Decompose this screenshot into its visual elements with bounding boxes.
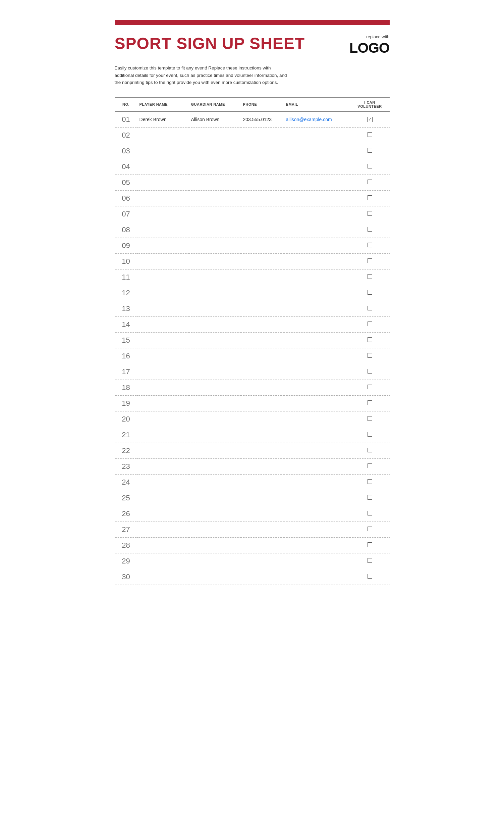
checkbox-unchecked-icon[interactable] — [367, 369, 372, 373]
table-body: 01 Derek Brown Allison Brown 203.555.012… — [115, 111, 390, 585]
row-25-no: 25 — [115, 490, 138, 506]
row-16-volunteer — [350, 348, 390, 364]
row-14-player — [138, 316, 189, 332]
row-29-phone — [241, 553, 284, 569]
checkbox-unchecked-icon[interactable] — [367, 227, 372, 231]
checkbox-unchecked-icon[interactable] — [367, 495, 372, 500]
table-row: 03 — [115, 143, 390, 159]
row-14-email — [284, 316, 350, 332]
checkbox-unchecked-icon[interactable] — [367, 337, 372, 342]
table-row: 19 — [115, 395, 390, 411]
row-15-player — [138, 332, 189, 348]
checkbox-unchecked-icon[interactable] — [367, 385, 372, 389]
checkbox-unchecked-icon[interactable] — [367, 353, 372, 358]
row-28-no: 28 — [115, 537, 138, 553]
row-20-volunteer — [350, 411, 390, 427]
row-25-phone — [241, 490, 284, 506]
checkbox-unchecked-icon[interactable] — [367, 211, 372, 216]
table-row: 28 — [115, 537, 390, 553]
row-10-phone — [241, 254, 284, 269]
row-23-player — [138, 458, 189, 474]
row-19-email — [284, 395, 350, 411]
row-16-email — [284, 348, 350, 364]
row-05-volunteer — [350, 175, 390, 190]
checkbox-unchecked-icon[interactable] — [367, 243, 372, 247]
checkbox-unchecked-icon[interactable] — [367, 542, 372, 547]
table-row: 08 — [115, 222, 390, 238]
row-13-player — [138, 301, 189, 316]
row-25-email — [284, 490, 350, 506]
checkbox-unchecked-icon[interactable] — [367, 306, 372, 311]
row-04-email — [284, 159, 350, 175]
row-12-email — [284, 285, 350, 301]
row-30-guardian — [189, 569, 241, 584]
checkbox-unchecked-icon[interactable] — [367, 479, 372, 484]
checkbox-checked-icon[interactable]: ✓ — [367, 117, 373, 122]
row-30-volunteer — [350, 569, 390, 584]
row-27-guardian — [189, 522, 241, 537]
table-row: 01 Derek Brown Allison Brown 203.555.012… — [115, 111, 390, 127]
row-19-phone — [241, 395, 284, 411]
checkbox-unchecked-icon[interactable] — [367, 258, 372, 263]
row-01-email-link[interactable]: allison@example.com — [286, 117, 332, 122]
logo-small-text: replace with — [349, 34, 390, 40]
checkbox-unchecked-icon[interactable] — [367, 448, 372, 452]
row-09-phone — [241, 238, 284, 254]
table-row: 04 — [115, 159, 390, 175]
row-11-guardian — [189, 269, 241, 285]
row-11-email — [284, 269, 350, 285]
row-19-no: 19 — [115, 395, 138, 411]
row-21-no: 21 — [115, 427, 138, 443]
row-02-volunteer — [350, 127, 390, 143]
checkbox-unchecked-icon[interactable] — [367, 558, 372, 563]
checkbox-unchecked-icon[interactable] — [367, 132, 372, 137]
row-20-guardian — [189, 411, 241, 427]
row-20-player — [138, 411, 189, 427]
checkbox-unchecked-icon[interactable] — [367, 321, 372, 326]
description-text: Easily customize this template to fit an… — [115, 65, 289, 86]
checkbox-unchecked-icon[interactable] — [367, 274, 372, 279]
checkbox-unchecked-icon[interactable] — [367, 148, 372, 153]
row-01-phone: 203.555.0123 — [241, 111, 284, 127]
table-row: 25 — [115, 490, 390, 506]
row-30-player — [138, 569, 189, 584]
row-06-volunteer — [350, 190, 390, 206]
checkbox-unchecked-icon[interactable] — [367, 416, 372, 421]
row-08-no: 08 — [115, 222, 138, 238]
checkbox-unchecked-icon[interactable] — [367, 574, 372, 579]
row-13-volunteer — [350, 301, 390, 316]
row-23-email — [284, 458, 350, 474]
row-17-player — [138, 364, 189, 380]
header-player-name: PLAYER NAME — [138, 97, 189, 111]
row-22-guardian — [189, 443, 241, 458]
checkbox-unchecked-icon[interactable] — [367, 164, 372, 169]
table-row: 10 — [115, 254, 390, 269]
row-16-no: 16 — [115, 348, 138, 364]
checkbox-unchecked-icon[interactable] — [367, 400, 372, 405]
table-row: 02 — [115, 127, 390, 143]
row-01-guardian: Allison Brown — [189, 111, 241, 127]
row-26-guardian — [189, 506, 241, 522]
row-05-phone — [241, 175, 284, 190]
row-21-phone — [241, 427, 284, 443]
row-10-player — [138, 254, 189, 269]
row-07-phone — [241, 206, 284, 222]
checkbox-unchecked-icon[interactable] — [367, 527, 372, 531]
row-02-player — [138, 127, 189, 143]
row-12-volunteer — [350, 285, 390, 301]
row-05-guardian — [189, 175, 241, 190]
row-01-player: Derek Brown — [138, 111, 189, 127]
row-03-player — [138, 143, 189, 159]
row-02-guardian — [189, 127, 241, 143]
row-12-no: 12 — [115, 285, 138, 301]
row-30-email — [284, 569, 350, 584]
checkbox-unchecked-icon[interactable] — [367, 290, 372, 295]
checkbox-unchecked-icon[interactable] — [367, 179, 372, 184]
checkbox-unchecked-icon[interactable] — [367, 464, 372, 468]
page: SPORT SIGN UP SHEET replace with LOGO Ea… — [101, 0, 403, 605]
row-20-no: 20 — [115, 411, 138, 427]
checkbox-unchecked-icon[interactable] — [367, 511, 372, 515]
checkbox-unchecked-icon[interactable] — [367, 432, 372, 437]
checkbox-unchecked-icon[interactable] — [367, 195, 372, 200]
row-14-no: 14 — [115, 316, 138, 332]
